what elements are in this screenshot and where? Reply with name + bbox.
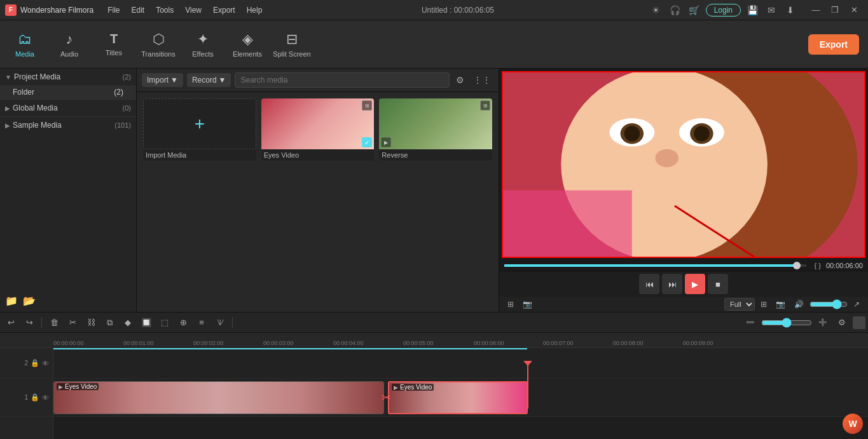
stabilize-button[interactable]: ⬚ (156, 314, 173, 331)
track-clip-eyes-1[interactable]: ▶ Eyes Video (53, 381, 384, 414)
sidebar-item-sample-media[interactable]: ▶ Sample Media (101) (0, 117, 136, 133)
media-item-reverse[interactable]: ⊞ ▶ Reverse (379, 98, 492, 161)
import-dropdown-icon: ▼ (170, 76, 178, 84)
ruler-tick-7: 00:00:07:00 (543, 340, 574, 346)
menu-item-file[interactable]: File (102, 4, 125, 16)
mail-icon[interactable]: ✉ (764, 3, 779, 18)
folder-icon-button[interactable]: 📂 (23, 295, 36, 307)
zoom-slider[interactable] (761, 318, 812, 328)
project-media-count: (2) (123, 73, 131, 81)
menu-item-export[interactable]: Export (208, 4, 240, 16)
import-button[interactable]: Import ▼ (142, 73, 183, 87)
toolbar-audio[interactable]: ♪ Audio (47, 22, 92, 67)
add-button[interactable]: ⊕ (175, 314, 191, 331)
timeline: ↩ ↪ 🗑 ✂ ⛓ ⧉ ◆ 🔲 ⬚ ⊕ ≡ ⩛ ➖ ➕ ⚙ 00:00:00:0… (0, 312, 868, 439)
timeline-track-2[interactable] (53, 348, 868, 379)
menu-item-tools[interactable]: Tools (151, 4, 179, 16)
menu-item-view[interactable]: View (180, 4, 207, 16)
preview-progress-area: { } 00:00:06:00 (499, 260, 868, 271)
toolbar-titles[interactable]: T Titles (92, 22, 136, 67)
track-clip-eyes-2[interactable]: ▶ Eyes Video (388, 381, 528, 414)
fullscreen-icon[interactable]: ⊞ (504, 299, 517, 310)
grid-icon[interactable]: ⋮⋮ (471, 74, 493, 86)
zoom-out-icon[interactable]: ➖ (742, 314, 759, 331)
screenshot-icon[interactable]: 📷 (520, 299, 535, 310)
grid-corner-icon2: ⊞ (480, 100, 490, 111)
preview-bottom-bar: ⊞ 📷 Full ⊞ 📷 🔊 ↗ (499, 297, 868, 312)
crop-button[interactable]: 🔲 (138, 314, 155, 331)
zoom-in-icon[interactable]: ➕ (815, 314, 831, 331)
title-center: Untitled : 00:00:06:05 (422, 6, 494, 15)
progress-bar[interactable] (504, 264, 806, 267)
zoom-select[interactable]: Full (724, 298, 755, 311)
export-button[interactable]: Export (808, 34, 859, 55)
global-media-label: Global Media (13, 104, 58, 112)
close-button[interactable]: ✕ (845, 1, 863, 19)
volume-slider[interactable] (809, 299, 848, 309)
waveform-button[interactable]: ⩛ (212, 314, 228, 331)
visibility-icon-track2[interactable]: 👁 (42, 360, 49, 367)
search-input[interactable] (235, 72, 450, 88)
keyframe-button[interactable]: ◆ (120, 314, 136, 331)
sidebar-item-folder[interactable]: Folder (2) (0, 85, 136, 99)
filter-icon[interactable]: ⚙ (453, 74, 467, 86)
stop-button[interactable]: ■ (708, 274, 728, 294)
undo-button[interactable]: ↩ (3, 314, 19, 331)
sidebar-item-global-media[interactable]: ▶ Global Media (0) (0, 100, 136, 116)
sidebar-project-media: ▼ Project Media (2) Folder (2) ▶ Global … (0, 69, 136, 133)
chain-button[interactable]: ⛓ (83, 314, 99, 331)
new-folder-button[interactable]: 📁 (5, 295, 18, 307)
media-item-import[interactable]: + Import Media (143, 98, 256, 161)
sidebar-item-project-media[interactable]: ▼ Project Media (2) (0, 69, 136, 85)
download-icon[interactable]: ⬇ (783, 3, 798, 18)
snapshot-icon[interactable]: 📷 (773, 299, 789, 310)
menu-item-edit[interactable]: Edit (127, 4, 150, 16)
timeline-toolbar: ↩ ↪ 🗑 ✂ ⛓ ⧉ ◆ 🔲 ⬚ ⊕ ≡ ⩛ ➖ ➕ ⚙ (0, 313, 868, 333)
play-button[interactable]: ▶ (685, 274, 705, 294)
global-media-count: (0) (123, 104, 131, 112)
expand-icon[interactable]: ↗ (850, 299, 863, 310)
save-icon[interactable]: 💾 (745, 3, 760, 18)
ruler-tick-1: 00:00:01:00 (123, 340, 154, 346)
redo-button[interactable]: ↪ (21, 314, 38, 331)
menu-button[interactable]: ≡ (193, 314, 210, 331)
import-placeholder[interactable]: + (143, 98, 256, 149)
login-button[interactable]: Login (706, 4, 741, 17)
preview-video (502, 71, 865, 258)
eyes-video-thumb: ⊞ ✓ (261, 98, 375, 149)
minimize-button[interactable]: — (807, 1, 825, 19)
toolbar-media[interactable]: 🗂 Media (3, 22, 47, 67)
headphones-icon[interactable]: 🎧 (668, 3, 683, 18)
settings-icon[interactable]: ⚙ (834, 314, 850, 331)
toolbar-effects[interactable]: ✦ Effects (181, 22, 225, 67)
sun-icon[interactable]: ☀ (649, 3, 664, 18)
lock-icon-track2[interactable]: 🔒 (31, 359, 39, 367)
step-back-button[interactable]: ⏭ (662, 274, 682, 294)
copy-button[interactable]: ⧉ (101, 314, 118, 331)
titlebar-right: ☀ 🎧 🛒 Login 💾 ✉ ⬇ — ❐ ✕ (649, 1, 863, 19)
media-item-eyes-video[interactable]: ⊞ ✓ Eyes Video (261, 98, 375, 161)
toolbar-elements[interactable]: ◈ Elements (225, 22, 270, 67)
ruler-tick-5: 00:00:05:00 (403, 340, 434, 346)
visibility-icon-track1[interactable]: 👁 (42, 394, 49, 402)
panel-toggle[interactable] (853, 316, 865, 329)
volume-icon[interactable]: 🔊 (791, 299, 807, 310)
record-button[interactable]: Record ▼ (187, 73, 231, 87)
playhead-marker (523, 361, 532, 366)
aspect-ratio-icon[interactable]: ⊞ (757, 299, 770, 310)
rewind-button[interactable]: ⏮ (639, 274, 659, 294)
progress-bar-container[interactable] (504, 264, 806, 267)
toolbar-transitions[interactable]: ⬡ Transitions (136, 22, 181, 67)
cart-icon[interactable]: 🛒 (687, 3, 702, 18)
delete-button[interactable]: 🗑 (46, 314, 62, 331)
menu-item-help[interactable]: Help (242, 4, 268, 16)
toolbar-splitscreen[interactable]: ⊟ Split Screen (270, 22, 314, 67)
svg-point-9 (655, 149, 679, 167)
lock-icon-track1[interactable]: 🔒 (31, 393, 39, 402)
expand-arrow-icon: ▶ (5, 105, 10, 112)
playhead[interactable] (527, 363, 528, 409)
cut-button[interactable]: ✂ (64, 314, 81, 331)
maximize-button[interactable]: ❐ (826, 1, 844, 19)
preview-bottom-left: ⊞ 📷 (504, 299, 535, 310)
timeline-track-1[interactable]: ▶ Eyes Video ▶ Eyes Video (53, 379, 868, 417)
